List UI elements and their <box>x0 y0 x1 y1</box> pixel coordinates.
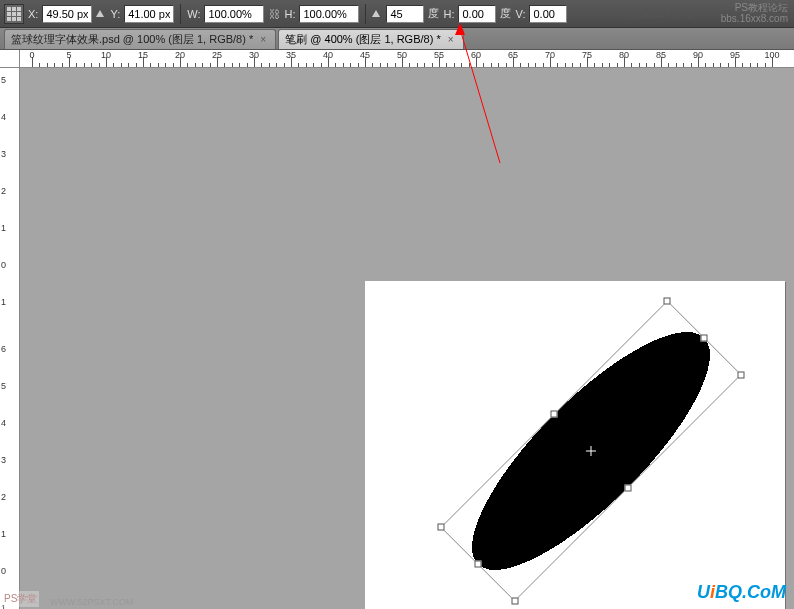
watermark-top-right: PS教程论坛 bbs.16xx8.com <box>721 2 788 24</box>
x-input[interactable] <box>42 5 92 23</box>
ruler-vertical[interactable]: 543210165432101 <box>0 68 20 609</box>
logo-part3: BQ.CoM <box>715 582 786 602</box>
transform-handle[interactable] <box>624 484 631 491</box>
watermark-bottom-left: PS学堂 <box>2 591 39 607</box>
transform-handle[interactable] <box>664 298 671 305</box>
angle-unit: 度 <box>428 6 439 21</box>
transform-handle[interactable] <box>438 524 445 531</box>
tab-document-2[interactable]: 笔刷 @ 400% (图层 1, RGB/8) * × <box>278 29 463 49</box>
ruler-horizontal[interactable]: 0510152025303540455055606570758085909510… <box>20 50 794 68</box>
logo-part1: U <box>697 582 710 602</box>
skew-h-label: H: <box>443 8 454 20</box>
transform-center-icon[interactable] <box>586 446 596 456</box>
close-icon[interactable]: × <box>445 34 457 46</box>
delta-icon <box>96 10 104 17</box>
tab-document-1[interactable]: 篮球纹理字体效果.psd @ 100% (图层 1, RGB/8) * × <box>4 29 276 49</box>
link-icon[interactable]: ⛓ <box>268 6 280 22</box>
h-input[interactable] <box>299 5 359 23</box>
watermark-line1: PS教程论坛 <box>721 2 788 13</box>
tab-title: 篮球纹理字体效果.psd @ 100% (图层 1, RGB/8) * <box>11 32 253 47</box>
skew-v-label: V: <box>515 8 525 20</box>
w-input[interactable] <box>204 5 264 23</box>
w-label: W: <box>187 8 200 20</box>
watermark-text: 思缘设计论坛 <box>628 6 694 21</box>
skew-h-input[interactable] <box>458 5 496 23</box>
transform-handle[interactable] <box>737 371 744 378</box>
skew-v-input[interactable] <box>529 5 567 23</box>
y-input[interactable] <box>124 5 174 23</box>
transform-handle[interactable] <box>474 561 481 568</box>
angle-icon <box>372 10 380 17</box>
tab-title: 笔刷 @ 400% (图层 1, RGB/8) * <box>285 32 440 47</box>
watermark-bottom-right: UiBQ.CoM <box>697 582 786 603</box>
ruler-corner <box>0 50 20 68</box>
canvas-area[interactable] <box>20 68 794 609</box>
skew-h-unit: 度 <box>500 6 511 21</box>
watermark-line2: bbs.16xx8.com <box>721 13 788 24</box>
close-icon[interactable]: × <box>257 34 269 46</box>
transform-handle[interactable] <box>511 597 518 604</box>
transform-handle[interactable] <box>701 334 708 341</box>
angle-input[interactable] <box>386 5 424 23</box>
x-label: X: <box>28 8 38 20</box>
y-label: Y: <box>110 8 120 20</box>
watermark-bottom-left-url: WWW.52PSXT.COM <box>50 597 134 607</box>
separator <box>365 4 366 24</box>
separator <box>180 4 181 24</box>
h-label: H: <box>284 8 295 20</box>
document-tabs: 篮球纹理字体效果.psd @ 100% (图层 1, RGB/8) * × 笔刷… <box>0 28 794 50</box>
transform-handle[interactable] <box>551 411 558 418</box>
reference-point-icon[interactable] <box>4 4 24 24</box>
